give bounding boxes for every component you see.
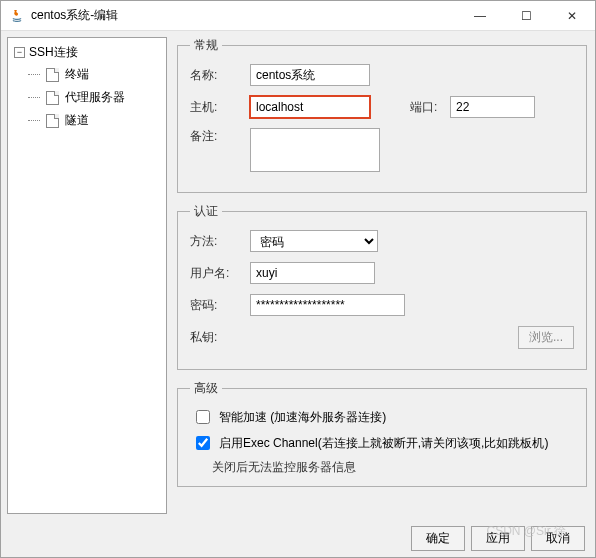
document-icon: [46, 91, 59, 105]
minimize-button[interactable]: —: [457, 1, 503, 31]
sidebar-tree: − SSH连接 终端 代理服务器 隧道: [7, 37, 167, 514]
advanced-group: 高级 智能加速 (加速海外服务器连接) 启用Exec Channel(若连接上就…: [177, 380, 587, 487]
port-label: 端口:: [410, 99, 450, 116]
name-label: 名称:: [190, 67, 250, 84]
browse-button[interactable]: 浏览...: [518, 326, 574, 349]
auth-group: 认证 方法: 密码 用户名: 密码: 私钥: 浏览...: [177, 203, 587, 370]
password-input[interactable]: [250, 294, 405, 316]
java-app-icon: [9, 8, 25, 24]
port-input[interactable]: [450, 96, 535, 118]
tree-item-proxy[interactable]: 代理服务器: [22, 86, 166, 109]
smart-accel-checkbox[interactable]: [196, 410, 210, 424]
tree-item-label: 终端: [65, 66, 89, 83]
method-select[interactable]: 密码: [250, 230, 378, 252]
collapse-icon[interactable]: −: [14, 47, 25, 58]
ok-button[interactable]: 确定: [411, 526, 465, 551]
document-icon: [46, 68, 59, 82]
tree-item-label: 隧道: [65, 112, 89, 129]
document-icon: [46, 114, 59, 128]
method-label: 方法:: [190, 233, 250, 250]
close-button[interactable]: ✕: [549, 1, 595, 31]
smart-accel-label: 智能加速 (加速海外服务器连接): [219, 409, 386, 426]
exec-channel-checkbox[interactable]: [196, 436, 210, 450]
dialog-footer: 确定 应用 取消: [1, 520, 595, 557]
maximize-button[interactable]: ☐: [503, 1, 549, 31]
tree-item-label: 代理服务器: [65, 89, 125, 106]
tree-item-terminal[interactable]: 终端: [22, 63, 166, 86]
dialog-window: centos系统-编辑 — ☐ ✕ − SSH连接 终端 代理服务器: [0, 0, 596, 558]
username-input[interactable]: [250, 262, 375, 284]
name-input[interactable]: [250, 64, 370, 86]
host-label: 主机:: [190, 99, 250, 116]
note-label: 备注:: [190, 128, 250, 145]
privatekey-label: 私钥:: [190, 329, 250, 346]
advanced-legend: 高级: [190, 380, 222, 397]
exec-channel-row: 启用Exec Channel(若连接上就被断开,请关闭该项,比如跳板机): [192, 433, 574, 453]
apply-button[interactable]: 应用: [471, 526, 525, 551]
title-bar: centos系统-编辑 — ☐ ✕: [1, 1, 595, 31]
general-legend: 常规: [190, 37, 222, 54]
host-input[interactable]: [250, 96, 370, 118]
tree-item-tunnel[interactable]: 隧道: [22, 109, 166, 132]
smart-accel-row: 智能加速 (加速海外服务器连接): [192, 407, 574, 427]
password-label: 密码:: [190, 297, 250, 314]
content-pane: 常规 名称: 主机: 端口: 备注: 认证: [167, 31, 595, 520]
dialog-body: − SSH连接 终端 代理服务器 隧道: [1, 31, 595, 520]
username-label: 用户名:: [190, 265, 250, 282]
exec-channel-label: 启用Exec Channel(若连接上就被断开,请关闭该项,比如跳板机): [219, 435, 548, 452]
note-textarea[interactable]: [250, 128, 380, 172]
general-group: 常规 名称: 主机: 端口: 备注:: [177, 37, 587, 193]
tree-root-ssh[interactable]: − SSH连接: [8, 42, 166, 63]
cancel-button[interactable]: 取消: [531, 526, 585, 551]
exec-channel-note: 关闭后无法监控服务器信息: [212, 459, 574, 476]
window-title: centos系统-编辑: [31, 7, 457, 24]
auth-legend: 认证: [190, 203, 222, 220]
tree-root-label: SSH连接: [29, 44, 78, 61]
